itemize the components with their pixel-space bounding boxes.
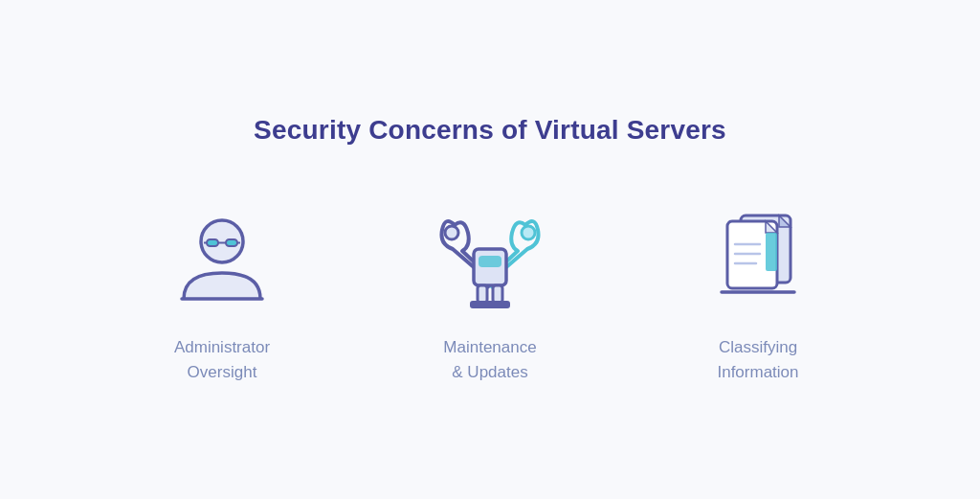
svg-rect-1 (207, 239, 218, 246)
svg-rect-13 (470, 301, 510, 308)
svg-rect-11 (478, 285, 487, 303)
card-maintenance-updates: Maintenance & Updates (394, 193, 586, 384)
svg-rect-12 (493, 285, 502, 303)
card-classifying-information: Classifying Information (662, 193, 854, 384)
page-title: Security Concerns of Virtual Servers (254, 115, 726, 146)
maintenance-icon-wrapper (428, 193, 552, 318)
svg-rect-18 (766, 233, 777, 271)
card-administrator-oversight: Administrator Oversight (126, 193, 318, 384)
svg-point-7 (445, 226, 458, 239)
classify-label: Classifying Information (717, 335, 798, 384)
admin-label: Administrator Oversight (174, 335, 270, 384)
cards-row: Administrator Oversight (57, 193, 923, 384)
admin-icon (165, 198, 279, 313)
page-container: Security Concerns of Virtual Servers (0, 0, 980, 499)
svg-rect-10 (479, 256, 501, 267)
admin-icon-wrapper (160, 193, 284, 318)
svg-point-8 (522, 226, 535, 239)
maintenance-icon (428, 196, 552, 316)
maintenance-label: Maintenance & Updates (443, 335, 536, 384)
classify-icon (701, 198, 815, 313)
svg-rect-2 (226, 239, 237, 246)
classify-icon-wrapper (696, 193, 820, 318)
